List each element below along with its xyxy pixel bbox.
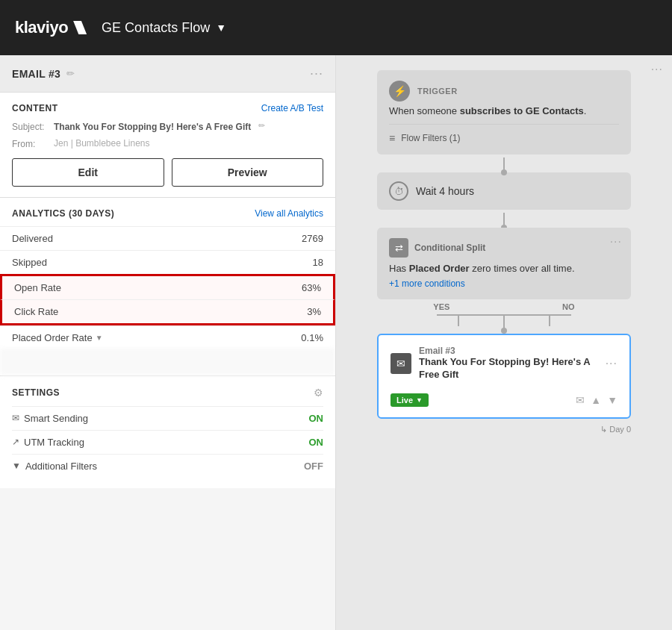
email-node-header: ✉ Email #3 Thank You For Stopping By! He…	[391, 346, 617, 381]
main-content: EMAIL #3 ✏ ··· CONTENT Create A/B Test S…	[0, 55, 672, 630]
right-panel: ⚡ Trigger When someone subscribes to GE …	[336, 55, 672, 630]
settings-gear-icon[interactable]: ⚙	[314, 387, 323, 399]
klaviyo-logo: klaviyo	[15, 18, 87, 37]
analytics-row-delivered: Delivered 2769	[0, 226, 335, 250]
content-section: CONTENT Create A/B Test Subject: Thank Y…	[0, 93, 335, 198]
analytics-row-placed-order: Placed Order Rate ▼ 0.1%	[0, 325, 335, 349]
logo-icon	[73, 21, 87, 34]
settings-header: SETTINGS ⚙	[12, 387, 323, 399]
analytics-title: ANALYTICS (30 DAYS)	[12, 208, 114, 219]
live-badge[interactable]: Live ▼	[391, 393, 429, 407]
analytics-header: ANALYTICS (30 DAYS) View all Analytics	[0, 198, 335, 226]
email-node-actions: ✉ ▲ ▼	[576, 394, 617, 406]
flow-dropdown-arrow[interactable]: ▼	[216, 22, 226, 34]
content-section-header: CONTENT Create A/B Test	[12, 103, 323, 113]
app-header: klaviyo GE Contacts Flow ▼	[0, 0, 672, 55]
trigger-node: ⚡ Trigger When someone subscribes to GE …	[377, 70, 631, 155]
split-description: Has Placed Order zero times over all tim…	[389, 262, 619, 275]
split-more-button[interactable]: ···	[610, 235, 622, 249]
smart-sending-icon: ✉	[12, 413, 19, 423]
subject-field: Subject: Thank You For Stopping By! Here…	[12, 121, 323, 134]
email-node-more-button[interactable]: ···	[606, 357, 617, 370]
additional-filters-icon: ▼	[12, 461, 21, 471]
subject-value: Thank You For Stopping By! Here's A Free…	[54, 121, 251, 134]
edit-button[interactable]: Edit	[12, 158, 164, 187]
create-ab-test-link[interactable]: Create A/B Test	[261, 103, 323, 113]
yes-no-labels: YES NO	[377, 302, 631, 311]
email-node-footer: Live ▼ ✉ ▲ ▼	[391, 393, 617, 407]
from-value: Jen | Bumblebee Linens	[54, 138, 150, 149]
wait-more-button[interactable]: ···	[651, 63, 663, 76]
flow-title-area[interactable]: GE Contacts Flow ▼	[102, 20, 226, 36]
analytics-row-skipped: Skipped 18	[0, 250, 335, 274]
email-node-label: Email #3	[419, 346, 598, 356]
email-node-title: Thank You For Stopping By! Here's A Free…	[419, 356, 598, 381]
split-icon: ⇄	[389, 238, 408, 258]
email-action-icon-1[interactable]: ✉	[576, 394, 585, 406]
day-label: ↳ Day 0	[377, 425, 631, 434]
flow-diagram: ⚡ Trigger When someone subscribes to GE …	[351, 70, 657, 615]
content-section-title: CONTENT	[12, 103, 58, 113]
connector-2	[503, 213, 505, 228]
settings-row-smart-sending: ✉ Smart Sending ON	[12, 406, 323, 430]
flow-filters-icon: ≡	[389, 132, 395, 144]
email-edit-icon[interactable]: ✏	[66, 68, 75, 79]
subject-label: Subject:	[12, 121, 49, 132]
flow-title: GE Contacts Flow	[102, 20, 210, 36]
logo-text: klaviyo	[15, 18, 68, 37]
email-node-content: ✉ Email #3 Thank You For Stopping By! He…	[391, 346, 617, 407]
placed-order-value: 0.1%	[301, 332, 323, 343]
email-node-meta: Email #3 Thank You For Stopping By! Here…	[419, 346, 598, 381]
wait-node: ⏱ Wait 4 hours ···	[377, 172, 631, 210]
email-title-row: EMAIL #3 ✏	[12, 68, 75, 80]
analytics-row-click-rate: Click Rate 3%	[0, 299, 335, 325]
settings-row-additional-filters: ▼ Additional Filters OFF	[12, 454, 323, 478]
live-dropdown-caret[interactable]: ▼	[416, 396, 423, 404]
split-connectors	[377, 314, 631, 331]
preview-button[interactable]: Preview	[172, 158, 324, 187]
utm-tracking-icon: ↗	[12, 437, 19, 447]
split-label: Conditional Split	[414, 243, 485, 253]
left-panel: EMAIL #3 ✏ ··· CONTENT Create A/B Test S…	[0, 55, 336, 630]
split-node: ··· ⇄ Conditional Split Has Placed Order…	[377, 228, 631, 299]
analytics-row-open-rate: Open Rate 63%	[0, 274, 335, 299]
wait-icon: ⏱	[389, 181, 408, 201]
email-action-icon-3[interactable]: ▼	[607, 394, 617, 406]
trigger-description: When someone subscribes to GE Contacts.	[389, 105, 619, 118]
blurred-analytics-row	[0, 349, 335, 375]
from-label: From:	[12, 138, 49, 149]
wait-text: Wait 4 hours	[416, 185, 474, 197]
split-more-conditions: +1 more conditions	[389, 278, 619, 289]
trigger-icon: ⚡	[389, 81, 410, 102]
settings-section: SETTINGS ⚙ ✉ Smart Sending ON ↗ UTM Trac…	[0, 376, 335, 488]
trigger-header: ⚡ Trigger	[389, 81, 619, 102]
placed-order-caret[interactable]: ▼	[96, 334, 103, 342]
email-more-button[interactable]: ···	[310, 66, 323, 81]
flow-filters-label: Flow Filters (1)	[401, 133, 460, 143]
connector-1	[503, 158, 505, 172]
flow-filters-row: ≡ Flow Filters (1)	[389, 124, 619, 144]
email-action-icon-2[interactable]: ▲	[591, 394, 601, 406]
email-node-icon: ✉	[391, 353, 411, 374]
no-label: NO	[562, 302, 575, 311]
view-analytics-link[interactable]: View all Analytics	[255, 208, 323, 219]
yes-label: YES	[433, 302, 449, 311]
email-title: EMAIL #3	[12, 68, 60, 80]
settings-row-utm-tracking: ↗ UTM Tracking ON	[12, 430, 323, 454]
analytics-section: ANALYTICS (30 DAYS) View all Analytics D…	[0, 198, 335, 376]
content-buttons: Edit Preview	[12, 158, 323, 187]
placed-order-label: Placed Order Rate	[12, 332, 93, 343]
split-header: ⇄ Conditional Split	[389, 238, 619, 258]
from-field: From: Jen | Bumblebee Linens	[12, 138, 323, 149]
email-flow-node: ✉ Email #3 Thank You For Stopping By! He…	[377, 334, 631, 419]
trigger-label: Trigger	[417, 87, 458, 96]
email-header-bar: EMAIL #3 ✏ ···	[0, 55, 335, 93]
subject-edit-icon[interactable]: ✏	[258, 121, 265, 131]
settings-title: SETTINGS	[12, 387, 60, 398]
